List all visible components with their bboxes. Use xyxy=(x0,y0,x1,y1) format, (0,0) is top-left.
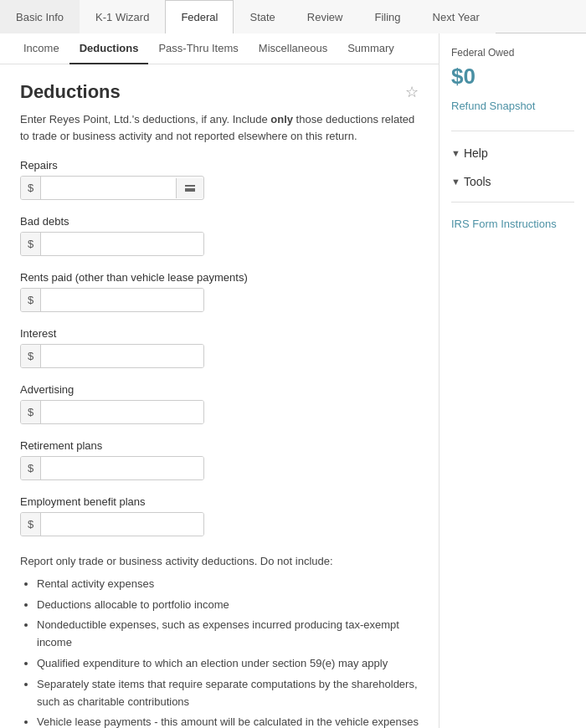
form-area: Deductions ☆ Enter Reyes Point, Ltd.'s d… xyxy=(0,64,439,728)
dollar-prefix-bad-debts: $ xyxy=(21,233,41,255)
sidebar-divider-2 xyxy=(451,202,574,203)
page-wrapper: Basic Info K-1 Wizard Federal State Revi… xyxy=(0,0,586,728)
dollar-prefix-employment: $ xyxy=(21,513,41,536)
note-item-4: Qualified expenditure to which an electi… xyxy=(37,655,419,673)
notes-list: Rental activity expenses Deductions allo… xyxy=(20,576,419,728)
federal-owed-amount: $0 xyxy=(451,64,574,90)
notes-section: Report only trade or business activity d… xyxy=(20,553,419,728)
section-title: Deductions xyxy=(20,81,121,103)
label-rents-paid: Rents paid (other than vehicle lease pay… xyxy=(20,271,419,284)
bad-debts-input[interactable] xyxy=(41,233,203,255)
dollar-prefix-rents-paid: $ xyxy=(21,289,41,311)
refund-snapshot-link[interactable]: Refund Snapshot xyxy=(451,100,574,112)
note-item-5: Separately state items that require sepa… xyxy=(37,676,419,711)
field-employment-benefit: Employment benefit plans $ xyxy=(20,495,419,536)
help-toggle[interactable]: ▼ Help xyxy=(451,146,574,160)
help-label: Help xyxy=(464,146,488,160)
bookmark-icon[interactable]: ☆ xyxy=(405,83,419,101)
desc-bold: only xyxy=(270,113,293,126)
field-retirement-plans: Retirement plans $ xyxy=(20,439,419,480)
label-retirement-plans: Retirement plans xyxy=(20,439,419,452)
chevron-down-icon: ▼ xyxy=(451,148,460,158)
label-bad-debts: Bad debts xyxy=(20,215,419,228)
input-repairs-row: $ xyxy=(20,176,204,200)
repairs-input[interactable] xyxy=(41,177,176,199)
list-icon xyxy=(183,183,197,193)
tab-federal[interactable]: Federal xyxy=(165,0,234,33)
input-bad-debts-row: $ xyxy=(20,232,204,256)
employment-benefit-input[interactable] xyxy=(41,513,203,536)
input-advertising-row: $ xyxy=(20,400,204,424)
dollar-prefix-interest: $ xyxy=(21,345,41,367)
section-description: Enter Reyes Point, Ltd.'s deductions, if… xyxy=(20,111,419,144)
note-item-6: Vehicle lease payments - this amount wil… xyxy=(37,714,419,728)
tab-filing[interactable]: Filing xyxy=(358,0,416,33)
field-bad-debts: Bad debts $ xyxy=(20,215,419,256)
help-section: ▼ Help xyxy=(451,146,574,165)
rents-paid-input[interactable] xyxy=(41,289,203,311)
field-repairs: Repairs $ xyxy=(20,159,419,200)
retirement-plans-input[interactable] xyxy=(41,457,203,479)
irs-form-instructions-link[interactable]: IRS Form Instructions xyxy=(451,218,574,230)
input-interest-row: $ xyxy=(20,344,204,368)
input-rents-paid-row: $ xyxy=(20,288,204,312)
sidebar-divider-1 xyxy=(451,131,574,131)
advertising-input[interactable] xyxy=(41,401,203,423)
repairs-list-button[interactable] xyxy=(176,178,203,198)
label-interest: Interest xyxy=(20,327,419,340)
input-retirement-plans-row: $ xyxy=(20,456,204,480)
tab-deductions[interactable]: Deductions xyxy=(69,33,149,64)
tab-miscellaneous[interactable]: Miscellaneous xyxy=(249,33,337,64)
federal-owed-label: Federal Owed xyxy=(451,47,574,59)
tab-next-year[interactable]: Next Year xyxy=(417,0,496,33)
note-item-2: Deductions allocable to portfolio income xyxy=(37,597,419,614)
tab-review[interactable]: Review xyxy=(291,0,359,33)
tab-k1-wizard[interactable]: K-1 Wizard xyxy=(80,0,165,33)
content-area: Income Deductions Pass-Thru Items Miscel… xyxy=(0,33,440,728)
tools-section: ▼ Tools xyxy=(451,175,574,193)
dollar-prefix-advertising: $ xyxy=(21,401,41,423)
tab-income[interactable]: Income xyxy=(13,33,69,64)
field-advertising: Advertising $ xyxy=(20,383,419,424)
chevron-down-icon-tools: ▼ xyxy=(451,177,460,187)
sub-tab-nav: Income Deductions Pass-Thru Items Miscel… xyxy=(0,33,439,64)
interest-input[interactable] xyxy=(41,345,203,367)
tools-toggle[interactable]: ▼ Tools xyxy=(451,175,574,188)
dollar-prefix-retirement: $ xyxy=(21,457,41,479)
tab-summary[interactable]: Summary xyxy=(337,33,404,64)
note-item-3: Nondeductible expenses, such as expenses… xyxy=(37,617,419,652)
tab-state[interactable]: State xyxy=(234,0,290,33)
field-rents-paid: Rents paid (other than vehicle lease pay… xyxy=(20,271,419,312)
main-layout: Income Deductions Pass-Thru Items Miscel… xyxy=(0,33,586,728)
tab-basic-info[interactable]: Basic Info xyxy=(0,0,80,33)
label-advertising: Advertising xyxy=(20,383,419,396)
notes-intro: Report only trade or business activity d… xyxy=(20,553,419,571)
sidebar: Federal Owed $0 Refund Snapshot ▼ Help ▼… xyxy=(440,33,586,728)
note-item-1: Rental activity expenses xyxy=(37,576,419,593)
input-employment-benefit-row: $ xyxy=(20,512,204,536)
tools-label: Tools xyxy=(464,175,491,188)
desc-prefix: Enter Reyes Point, Ltd.'s deductions, if… xyxy=(20,113,270,126)
top-tab-nav: Basic Info K-1 Wizard Federal State Revi… xyxy=(0,0,586,33)
dollar-prefix-repairs: $ xyxy=(21,177,41,199)
label-repairs: Repairs xyxy=(20,159,419,172)
field-interest: Interest $ xyxy=(20,327,419,368)
tab-pass-thru[interactable]: Pass-Thru Items xyxy=(148,33,248,64)
section-header: Deductions ☆ xyxy=(20,81,419,103)
label-employment-benefit: Employment benefit plans xyxy=(20,495,419,508)
